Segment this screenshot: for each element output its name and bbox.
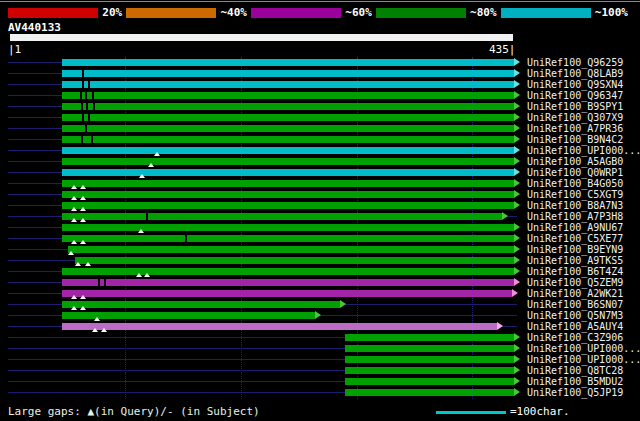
alignment-bar[interactable] bbox=[75, 257, 514, 264]
hit-label[interactable]: UniRef100_Q5ZEM9 bbox=[527, 277, 623, 288]
alignment-row: UniRef100_B9N4C2 bbox=[0, 134, 640, 145]
subject-gap-tick bbox=[88, 81, 90, 88]
hit-label[interactable]: UniRef100_B6T4Z4 bbox=[527, 266, 623, 277]
alignment-bar[interactable] bbox=[62, 70, 514, 77]
gaps-legend: Large gaps: ▲(in Query)/- (in Subject) bbox=[8, 405, 260, 418]
alignment-bar[interactable] bbox=[62, 224, 514, 231]
alignment-row: UniRef100_Q5JP19 bbox=[0, 387, 640, 398]
alignment-bar[interactable] bbox=[62, 125, 514, 132]
alignment-bar[interactable] bbox=[62, 301, 340, 308]
arrow-right-icon bbox=[514, 102, 520, 110]
alignment-rows: UniRef100_Q96259UniRef100_Q8LAB9UniRef10… bbox=[0, 57, 640, 398]
hit-label[interactable]: UniRef100_Q0WRP1 bbox=[527, 167, 623, 178]
hit-label[interactable]: UniRef100_A7PR36 bbox=[527, 123, 623, 134]
alignment-row: UniRef100_UPI000... bbox=[0, 145, 640, 156]
scale-segment-label: ~60% bbox=[341, 6, 376, 19]
alignment-bar[interactable] bbox=[62, 290, 512, 297]
alignment-bar[interactable] bbox=[62, 191, 514, 198]
hit-label[interactable]: UniRef100_Q8LAB9 bbox=[527, 68, 623, 79]
subject-gap-tick bbox=[82, 70, 84, 77]
hit-label[interactable]: UniRef100_B4G050 bbox=[527, 178, 623, 189]
arrow-right-icon bbox=[514, 366, 520, 374]
hit-label[interactable]: UniRef100_B8A7N3 bbox=[527, 200, 623, 211]
hit-label[interactable]: UniRef100_C5XGT9 bbox=[527, 189, 623, 200]
hit-label[interactable]: UniRef100_Q9SXN4 bbox=[527, 79, 623, 90]
subject-gap-tick bbox=[86, 103, 88, 110]
hit-label[interactable]: UniRef100_B9N4C2 bbox=[527, 134, 623, 145]
arrow-right-icon bbox=[514, 146, 520, 154]
hit-label[interactable]: UniRef100_A9TKS5 bbox=[527, 255, 623, 266]
hit-label[interactable]: UniRef100_A5AUY4 bbox=[527, 321, 623, 332]
scale-segment bbox=[8, 8, 98, 18]
alignment-bar[interactable] bbox=[345, 345, 514, 352]
hit-label[interactable]: UniRef100_B5MDU2 bbox=[527, 376, 623, 387]
alignment-row: UniRef100_Q307X9 bbox=[0, 112, 640, 123]
alignment-bar[interactable] bbox=[62, 147, 514, 154]
hit-label[interactable]: UniRef100_C3Z906 bbox=[527, 332, 623, 343]
arrow-right-icon bbox=[514, 113, 520, 121]
alignment-bar[interactable] bbox=[345, 334, 514, 341]
alignment-bar[interactable] bbox=[62, 169, 514, 176]
alignment-bar[interactable] bbox=[62, 81, 514, 88]
hit-label[interactable]: UniRef100_B9EYN9 bbox=[527, 244, 623, 255]
arrow-right-icon bbox=[514, 190, 520, 198]
top-divider bbox=[0, 1, 640, 2]
alignment-bar[interactable] bbox=[62, 279, 514, 286]
hit-label[interactable]: UniRef100_Q8TC28 bbox=[527, 365, 623, 376]
hit-label[interactable]: UniRef100_C5XE77 bbox=[527, 233, 623, 244]
hit-label[interactable]: UniRef100_Q307X9 bbox=[527, 112, 623, 123]
hit-label[interactable]: UniRef100_UPI000... bbox=[527, 354, 640, 365]
alignment-row: UniRef100_A7PR36 bbox=[0, 123, 640, 134]
arrow-right-icon bbox=[514, 69, 520, 77]
alignment-bar[interactable] bbox=[62, 235, 514, 242]
alignment-row: UniRef100_Q5N7M3 bbox=[0, 310, 640, 321]
arrow-right-icon bbox=[514, 201, 520, 209]
alignment-bar[interactable] bbox=[62, 323, 496, 330]
alignment-bar[interactable] bbox=[62, 59, 514, 66]
alignment-bar[interactable] bbox=[62, 213, 502, 220]
alignment-row: UniRef100_B5MDU2 bbox=[0, 376, 640, 387]
hit-label[interactable]: UniRef100_A9NU67 bbox=[527, 222, 623, 233]
alignment-bar[interactable] bbox=[62, 158, 514, 165]
alignment-bar[interactable] bbox=[62, 92, 514, 99]
hit-label[interactable]: UniRef100_A7P3H8 bbox=[527, 211, 623, 222]
query-start-label: |1 bbox=[8, 43, 21, 56]
hit-label[interactable]: UniRef100_UPI000... bbox=[527, 145, 640, 156]
alignment-bar[interactable] bbox=[345, 356, 514, 363]
alignment-bar[interactable] bbox=[62, 136, 514, 143]
hit-label[interactable]: UniRef100_Q96347 bbox=[527, 90, 623, 101]
hit-label[interactable]: UniRef100_A2WK21 bbox=[527, 288, 623, 299]
hit-label[interactable]: UniRef100_UPI000... bbox=[527, 343, 640, 354]
subject-gap-tick bbox=[82, 114, 84, 121]
alignment-bar[interactable] bbox=[62, 180, 514, 187]
scale-bar-icon bbox=[436, 411, 506, 414]
query-end-label: 435| bbox=[489, 43, 516, 56]
alignment-row: UniRef100_Q5ZEM9 bbox=[0, 277, 640, 288]
alignment-bar[interactable] bbox=[62, 114, 514, 121]
hit-label[interactable]: UniRef100_B9SPY1 bbox=[527, 101, 623, 112]
alignment-bar[interactable] bbox=[68, 246, 514, 253]
scale-segment bbox=[376, 8, 466, 18]
alignment-row: UniRef100_Q8LAB9 bbox=[0, 68, 640, 79]
subject-gap-tick bbox=[81, 136, 83, 143]
query-name: AV440133 bbox=[8, 21, 61, 34]
alignment-bar[interactable] bbox=[345, 378, 514, 385]
alignment-bar[interactable] bbox=[345, 389, 514, 396]
arrow-right-icon bbox=[514, 223, 520, 231]
arrow-right-icon bbox=[514, 333, 520, 341]
query-bar bbox=[10, 34, 513, 41]
alignment-row: UniRef100_A7P3H8 bbox=[0, 211, 640, 222]
alignment-bar[interactable] bbox=[345, 367, 514, 374]
alignment-bar[interactable] bbox=[62, 103, 514, 110]
alignment-row: UniRef100_B4G050 bbox=[0, 178, 640, 189]
hit-label[interactable]: UniRef100_Q96259 bbox=[527, 57, 623, 68]
hit-label[interactable]: UniRef100_Q5N7M3 bbox=[527, 310, 623, 321]
hit-label[interactable]: UniRef100_B6SN07 bbox=[527, 299, 623, 310]
alignment-bar[interactable] bbox=[62, 202, 514, 209]
alignment-bar[interactable] bbox=[62, 312, 315, 319]
alignment-bar[interactable] bbox=[62, 268, 514, 275]
alignment-row: UniRef100_B6SN07 bbox=[0, 299, 640, 310]
hit-label[interactable]: UniRef100_Q5JP19 bbox=[527, 387, 623, 398]
subject-gap-tick bbox=[93, 103, 95, 110]
hit-label[interactable]: UniRef100_A5AGB0 bbox=[527, 156, 623, 167]
